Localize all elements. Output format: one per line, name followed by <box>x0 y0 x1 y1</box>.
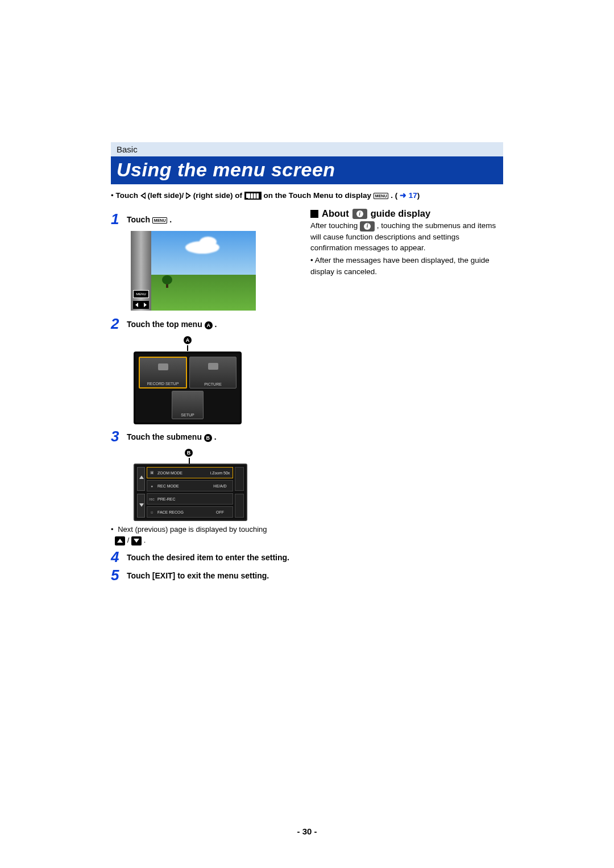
intro-text: on the Touch Menu to display <box>264 191 374 200</box>
about-paragraph: After touching , touching the submenus a… <box>310 220 503 254</box>
illus-scene <box>151 231 256 311</box>
item-label: REC MODE <box>156 484 208 488</box>
bullet-icon: • <box>111 191 114 200</box>
step-number: 2 <box>111 315 127 331</box>
paragraph-text: After touching <box>310 221 360 230</box>
manual-page: Basic Using the menu screen • Touch (lef… <box>0 0 614 868</box>
step-text: Touch the submenu B . <box>127 428 217 441</box>
left-column: 1 Touch MENU . MENU <box>111 208 304 582</box>
section-label-bar: Basic <box>111 142 503 156</box>
pointer-b: B <box>185 447 247 457</box>
step-text-part: Touch the top menu <box>127 320 205 329</box>
step-4: 4 Touch the desired item to enter the se… <box>111 548 304 564</box>
intro-text: (right side) of <box>193 191 244 200</box>
title-bar: Using the menu screen <box>111 156 503 184</box>
intro-text: Touch <box>116 191 140 200</box>
right-column: About guide display After touching , tou… <box>310 208 503 582</box>
item-value: OFF <box>208 510 233 514</box>
step-2: 2 Touch the top menu A . <box>111 315 304 331</box>
illus-nav-arrows <box>133 301 149 309</box>
page-number: - 30 - <box>0 826 614 836</box>
menu-card: PICTURE <box>189 357 237 388</box>
arrow-up-key-icon <box>115 536 125 545</box>
heading-text: guide display <box>371 208 430 219</box>
intro-text: . ( <box>391 191 397 200</box>
item-label: FACE RECOG <box>156 510 208 514</box>
step-5: 5 Touch [EXIT] to exit the menu setting. <box>111 567 304 582</box>
note-text: / <box>127 536 130 544</box>
item-icon: ● <box>147 484 156 488</box>
square-bullet-icon <box>310 210 318 218</box>
menu-card: RECORD SETUP <box>139 357 187 388</box>
pointer-a: A <box>134 334 242 345</box>
step-text: Touch MENU . <box>127 210 172 224</box>
note-text: . <box>144 536 146 544</box>
info-icon <box>360 221 375 232</box>
item-value: i.Zoom 50x <box>208 471 233 475</box>
label-b-icon: B <box>204 434 212 442</box>
card-label: RECORD SETUP <box>147 382 179 386</box>
paragraph-text: After the messages have been displayed, … <box>310 256 489 276</box>
illustration-touch-menu: MENU <box>131 231 256 311</box>
illus-screen: ▣ ZOOM MODE i.Zoom 50x ● REC MODE HE/A/D… <box>134 464 247 521</box>
about-note: • After the messages have been displayed… <box>310 255 503 277</box>
menu-chip-icon: MENU <box>152 217 168 224</box>
submenu-item: ● REC MODE HE/A/D <box>147 480 233 491</box>
card-label: SETUP <box>181 413 194 417</box>
illus-exit-button <box>235 467 244 491</box>
triangle-left-icon <box>140 192 146 199</box>
intro-text: (left side)/ <box>148 191 184 200</box>
step-1: 1 Touch MENU . <box>111 210 304 226</box>
step-number: 1 <box>111 210 127 226</box>
touch-menu-icon <box>244 192 262 200</box>
illus-sidebar: MENU <box>131 231 151 311</box>
illustration-top-menu: A RECORD SETUP PICTURE SETUP <box>134 334 242 424</box>
menu-card: SETUP <box>172 391 204 419</box>
step-text: Touch the desired item to enter the sett… <box>127 548 289 562</box>
arrow-down-icon <box>137 494 145 518</box>
step-number: 3 <box>111 428 127 444</box>
step-text-part: Touch the submenu <box>127 432 204 441</box>
step-text-part: . <box>214 432 217 441</box>
submenu-item: ▣ ZOOM MODE i.Zoom 50x <box>147 467 233 478</box>
step-text-part: . <box>215 320 217 329</box>
triangle-right-icon <box>186 192 191 199</box>
item-label: ZOOM MODE <box>156 471 208 475</box>
heading-text: About <box>322 208 349 219</box>
step-text: Touch the top menu A . <box>127 315 217 329</box>
illus-screen: RECORD SETUP PICTURE SETUP <box>134 352 242 424</box>
bullet-icon: • <box>111 525 114 534</box>
step-text: Touch [EXIT] to exit the menu setting. <box>127 567 269 580</box>
page-note: • Next (previous) page is displayed by t… <box>111 524 304 546</box>
section-label: Basic <box>117 144 138 154</box>
info-icon <box>352 209 367 219</box>
item-label: PRE-REC <box>156 497 208 501</box>
card-label: PICTURE <box>204 382 222 386</box>
page-ref-link[interactable]: ➜ 17 <box>400 191 417 200</box>
about-heading: About guide display <box>310 208 503 219</box>
step-number: 4 <box>111 548 127 564</box>
page-title: Using the menu screen <box>117 159 497 181</box>
content-columns: 1 Touch MENU . MENU <box>111 208 503 582</box>
item-value: HE/A/D <box>208 484 233 488</box>
step-text-part: Touch <box>127 215 152 224</box>
step-number: 5 <box>111 567 127 582</box>
step-3: 3 Touch the submenu B . <box>111 428 304 444</box>
menu-chip-icon: MENU <box>374 193 389 199</box>
submenu-item: rec PRE-REC <box>147 493 233 505</box>
item-icon: ☺ <box>147 510 156 514</box>
submenu-item: ☺ FACE RECOG OFF <box>147 506 233 518</box>
bullet-icon: • <box>310 256 313 264</box>
step-text-part: . <box>169 215 172 224</box>
note-text: Next (previous) page is displayed by tou… <box>118 525 267 534</box>
illus-menu-button: MENU <box>133 290 149 298</box>
label-a-icon: A <box>184 336 192 344</box>
illus-return-button <box>235 494 244 518</box>
intro-text: ) <box>417 191 420 200</box>
label-a-icon: A <box>205 321 213 329</box>
arrow-up-icon <box>137 467 145 491</box>
submenu-list: ▣ ZOOM MODE i.Zoom 50x ● REC MODE HE/A/D… <box>147 467 233 518</box>
label-b-icon: B <box>185 449 193 457</box>
item-icon: ▣ <box>147 470 156 475</box>
arrow-down-key-icon <box>131 536 142 545</box>
